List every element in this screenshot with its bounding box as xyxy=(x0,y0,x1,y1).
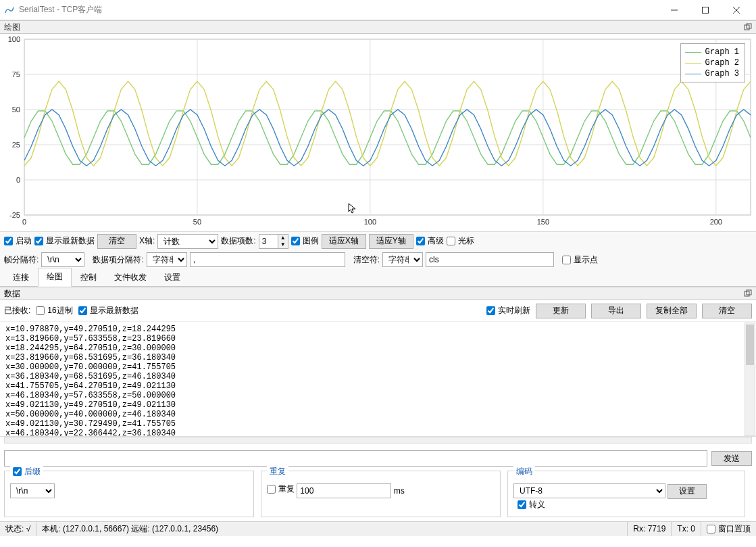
fit-x-button[interactable]: 适应X轴 xyxy=(322,234,366,249)
datacount-input[interactable] xyxy=(259,234,278,249)
plot-panel-header: 绘图 xyxy=(0,20,756,34)
cursor-checkbox[interactable]: 光标 xyxy=(447,235,474,247)
plot-canvas: -250255075100050100150200 xyxy=(0,34,756,231)
repeat-unit: ms xyxy=(394,486,405,496)
repeat-interval-input[interactable] xyxy=(297,483,391,498)
clear-recv-button[interactable]: 清空 xyxy=(702,304,752,318)
status-rx: Rx: 7719 xyxy=(628,522,672,536)
realtime-refresh-checkbox[interactable]: 实时刷新 xyxy=(486,305,530,316)
copy-all-button[interactable]: 复制全部 xyxy=(647,304,697,318)
frame-sep-label: 帧分隔符: xyxy=(4,254,39,266)
svg-rect-3 xyxy=(24,39,751,215)
item-sep-mode-select[interactable]: 字符串 xyxy=(147,252,187,267)
clear-plot-button[interactable]: 清空 xyxy=(97,234,136,249)
item-sep-input[interactable] xyxy=(190,252,345,267)
spinner-down[interactable]: ▼ xyxy=(278,241,288,248)
scrollbar-vertical[interactable] xyxy=(745,323,755,436)
suffix-group: 后缀 \r\n xyxy=(4,471,254,517)
fit-y-button[interactable]: 适应Y轴 xyxy=(369,234,413,249)
svg-text:50: 50 xyxy=(193,218,201,226)
status-endpoints: 本机: (127.0.0.1, 56667) 远端: (127.0.0.1, 2… xyxy=(36,522,628,536)
xaxis-label: X轴: xyxy=(139,235,155,247)
plot-area[interactable]: -250255075100050100150200 Graph 1Graph 2… xyxy=(0,34,756,231)
frame-sep-select[interactable]: \r\n xyxy=(41,252,84,267)
xaxis-mode-select[interactable]: 计数 xyxy=(157,234,218,249)
encoding-settings-button[interactable]: 设置 xyxy=(667,484,707,499)
svg-text:25: 25 xyxy=(12,141,20,149)
maximize-button[interactable] xyxy=(690,0,721,20)
advanced-checkbox[interactable]: 高级 xyxy=(416,235,444,247)
encoding-select[interactable]: UTF-8 xyxy=(513,483,665,498)
scrollbar-thumb[interactable] xyxy=(746,325,754,365)
clear-sym-label: 清空符: xyxy=(353,254,380,266)
refresh-button[interactable]: 更新 xyxy=(536,304,586,318)
main-tabs: 连接绘图控制文件收发设置 xyxy=(0,269,756,287)
show-point-checkbox[interactable]: 显示点 xyxy=(562,254,598,266)
data-panel-title: 数据 xyxy=(4,288,20,300)
export-button[interactable]: 导出 xyxy=(591,304,641,318)
svg-text:100: 100 xyxy=(364,218,376,226)
recv-toolbar: 已接收: 16进制 显示最新数据 实时刷新 更新 导出 复制全部 清空 xyxy=(0,300,756,322)
repeat-enable-checkbox[interactable]: 重复 xyxy=(267,483,295,495)
data-panel-header: 数据 xyxy=(0,287,756,300)
legend-item: Graph 3 xyxy=(685,68,739,79)
datacount-spinner[interactable]: ▲▼ xyxy=(259,234,288,249)
escape-checkbox[interactable]: 转义 xyxy=(518,499,545,510)
show-latest-checkbox[interactable]: 显示最新数据 xyxy=(34,235,95,247)
legend-item: Graph 2 xyxy=(685,57,739,68)
received-label: 已接收: xyxy=(4,305,30,316)
tab-4[interactable]: 设置 xyxy=(155,268,189,287)
window-title: SerialTest - TCP客户端 xyxy=(19,4,102,16)
undock-icon[interactable] xyxy=(744,289,752,298)
svg-text:0: 0 xyxy=(22,218,26,226)
titlebar: SerialTest - TCP客户端 xyxy=(0,0,756,20)
always-on-top-checkbox[interactable]: 窗口置顶 xyxy=(707,523,751,535)
svg-text:0: 0 xyxy=(16,176,20,184)
encoding-title: 编码 xyxy=(513,466,535,477)
status-state: 状态: √ xyxy=(0,522,36,536)
spinner-up[interactable]: ▲ xyxy=(278,235,288,241)
plot-toolbar-2: 帧分隔符: \r\n 数据项分隔符: 字符串 清空符: 字符串 显示点 xyxy=(0,250,756,269)
tab-3[interactable]: 文件收发 xyxy=(105,268,155,287)
item-sep-label: 数据项分隔符: xyxy=(93,254,143,266)
status-bar: 状态: √ 本机: (127.0.0.1, 56667) 远端: (127.0.… xyxy=(0,521,756,536)
svg-text:50: 50 xyxy=(12,105,20,114)
status-tx: Tx: 0 xyxy=(672,522,701,536)
svg-text:75: 75 xyxy=(12,70,20,78)
clear-sym-mode-select[interactable]: 字符串 xyxy=(382,252,423,267)
plot-legend: Graph 1Graph 2Graph 3 xyxy=(680,43,745,82)
plot-panel-title: 绘图 xyxy=(4,22,20,33)
undock-icon[interactable] xyxy=(744,23,752,31)
mouse-cursor-icon xyxy=(348,203,357,215)
send-input[interactable] xyxy=(4,450,707,467)
close-button[interactable] xyxy=(721,0,752,20)
start-checkbox[interactable]: 启动 xyxy=(4,235,32,247)
send-row: 发送 xyxy=(0,446,756,471)
suffix-enable-checkbox[interactable]: 后缀 xyxy=(13,466,41,477)
legend-item: Graph 1 xyxy=(685,47,739,57)
tab-2[interactable]: 控制 xyxy=(72,268,105,287)
svg-text:100: 100 xyxy=(8,35,20,43)
tab-0[interactable]: 连接 xyxy=(4,268,38,287)
svg-rect-0 xyxy=(703,7,709,13)
recv-show-latest-checkbox[interactable]: 显示最新数据 xyxy=(78,305,138,316)
tab-1[interactable]: 绘图 xyxy=(38,268,72,287)
hex-checkbox[interactable]: 16进制 xyxy=(36,305,72,316)
suffix-select[interactable]: \r\n xyxy=(10,483,55,498)
repeat-group: 重复 重复 ms xyxy=(261,471,501,517)
encoding-group: 编码 UTF-8 设置 转义 xyxy=(507,471,745,517)
repeat-title: 重复 xyxy=(267,466,288,477)
clear-sym-input[interactable] xyxy=(426,252,554,267)
received-data-text[interactable]: x=10.978870,y=49.270510,z=18.244295 x=13… xyxy=(0,322,756,437)
option-groups: 后缀 \r\n 重复 重复 ms 编码 UTF-8 设置 转义 xyxy=(0,471,756,521)
plot-toolbar-1: 启动 显示最新数据 清空 X轴: 计数 数据项数: ▲▼ 图例 适应X轴 适应Y… xyxy=(0,231,756,250)
send-button[interactable]: 发送 xyxy=(711,451,752,466)
datacount-label: 数据项数: xyxy=(221,235,255,247)
legend-checkbox[interactable]: 图例 xyxy=(291,235,319,247)
scrollbar-horizontal[interactable] xyxy=(4,437,752,444)
svg-text:150: 150 xyxy=(537,218,549,226)
svg-text:-25: -25 xyxy=(9,211,20,219)
minimize-button[interactable] xyxy=(659,0,690,20)
app-icon xyxy=(4,5,15,16)
svg-text:200: 200 xyxy=(710,218,722,226)
